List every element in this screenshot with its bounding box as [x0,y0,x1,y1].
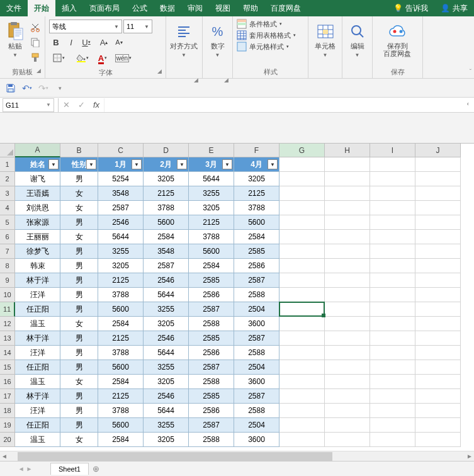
cell[interactable]: 3255 [189,186,234,201]
cell[interactable] [279,317,325,331]
cell[interactable]: 男 [60,404,98,418]
cell[interactable] [279,433,325,447]
bold-button[interactable]: B [49,35,63,49]
qat-customize[interactable]: ▾ [53,81,67,95]
cell[interactable] [279,172,325,186]
name-box[interactable]: G11▼ [3,98,54,112]
cell[interactable] [325,157,370,172]
cell[interactable] [370,433,415,447]
save-button[interactable] [4,81,18,95]
paste-button[interactable]: 粘贴 ▼ [3,18,28,63]
cut-button[interactable] [28,20,42,34]
cell[interactable]: 2546 [144,389,189,404]
cell[interactable]: 3255 [144,302,189,317]
cell[interactable]: 女 [60,375,98,389]
cell[interactable] [415,215,461,230]
cell[interactable]: 2587 [234,389,279,404]
cell[interactable]: 2584 [144,230,189,244]
cell[interactable] [415,389,461,404]
tab-view[interactable]: 视图 [209,0,237,16]
cell[interactable]: 姓名▼ [15,157,60,172]
tab-formulas[interactable]: 公式 [126,0,154,16]
formula-input[interactable] [104,98,474,112]
dialog-launcher-icon[interactable]: ◢ [157,68,162,74]
col-header-C[interactable]: C [98,144,144,157]
cell[interactable]: 3600 [234,317,279,331]
cell[interactable]: 林于洋 [15,331,60,346]
cell[interactable]: 2586 [234,259,279,273]
cell[interactable] [279,273,325,288]
alignment-button[interactable]: 对齐方式 ▼ [169,18,199,63]
cell[interactable] [325,244,370,259]
cell[interactable]: 汪洋 [15,288,60,302]
cell[interactable] [279,389,325,404]
cell[interactable] [325,288,370,302]
cell[interactable] [370,215,415,230]
conditional-format-button[interactable]: 条件格式▾ [237,19,296,29]
cell[interactable]: 2588 [234,346,279,360]
format-as-table-button[interactable]: 套用表格格式▾ [237,30,296,40]
cell[interactable] [415,317,461,331]
cell[interactable]: 2585 [234,244,279,259]
cell[interactable]: 2585 [189,273,234,288]
dialog-launcher-icon[interactable]: ◢ [224,77,229,83]
cell[interactable]: 2125 [189,215,234,230]
cell[interactable]: 任正阳 [15,302,60,317]
select-all-corner[interactable] [0,144,15,157]
col-header-F[interactable]: F [234,144,279,157]
cell[interactable] [325,418,370,433]
col-header-I[interactable]: I [370,144,415,157]
cell[interactable] [370,273,415,288]
cell[interactable]: 男 [60,331,98,346]
cell[interactable]: 2587 [144,259,189,273]
cell[interactable] [415,259,461,273]
cell[interactable]: 王语嫣 [15,186,60,201]
filter-button[interactable]: ▼ [222,159,232,169]
scroll-right-icon[interactable]: ► [465,453,474,460]
cell[interactable]: 温玉 [15,317,60,331]
cell[interactable]: 2546 [144,273,189,288]
cell[interactable]: 5600 [98,360,144,375]
tab-review[interactable]: 审阅 [181,0,209,16]
cell[interactable]: 男 [60,418,98,433]
cell[interactable] [415,433,461,447]
cell[interactable] [415,360,461,375]
cell[interactable] [415,273,461,288]
underline-button[interactable]: U▾ [79,35,93,49]
col-header-E[interactable]: E [189,144,234,157]
col-header-D[interactable]: D [144,144,189,157]
cell[interactable]: 5600 [144,215,189,230]
cell[interactable] [325,201,370,215]
cell[interactable]: 谢飞 [15,172,60,186]
cell[interactable] [279,346,325,360]
cell[interactable] [325,375,370,389]
cell[interactable]: 男 [60,346,98,360]
row-header[interactable]: 17 [0,389,15,404]
cell[interactable]: 3205 [189,201,234,215]
cell[interactable]: 温玉 [15,433,60,447]
tab-home[interactable]: 开始 [28,0,55,16]
cell[interactable]: 女 [60,186,98,201]
cell[interactable]: 2504 [234,360,279,375]
cell[interactable]: 2584 [98,433,144,447]
cell[interactable]: 男 [60,360,98,375]
cell[interactable]: 3548 [144,244,189,259]
filter-button[interactable]: ▼ [132,159,142,169]
cell[interactable] [279,244,325,259]
horizontal-scrollbar[interactable]: ◄ ► [0,451,474,461]
cell[interactable] [279,302,325,317]
cell[interactable]: 5254 [98,172,144,186]
cell[interactable]: 2125 [234,186,279,201]
scroll-left-icon[interactable]: ◄ [0,453,9,460]
row-header[interactable]: 8 [0,259,15,273]
row-header[interactable]: 2 [0,172,15,186]
cell[interactable]: 2588 [189,433,234,447]
cell[interactable] [415,346,461,360]
cell[interactable]: 2587 [234,331,279,346]
cell[interactable] [415,418,461,433]
cell[interactable]: 王丽丽 [15,230,60,244]
row-header[interactable]: 14 [0,346,15,360]
cell[interactable]: 5600 [98,302,144,317]
cell[interactable] [370,360,415,375]
cell[interactable]: 男 [60,244,98,259]
